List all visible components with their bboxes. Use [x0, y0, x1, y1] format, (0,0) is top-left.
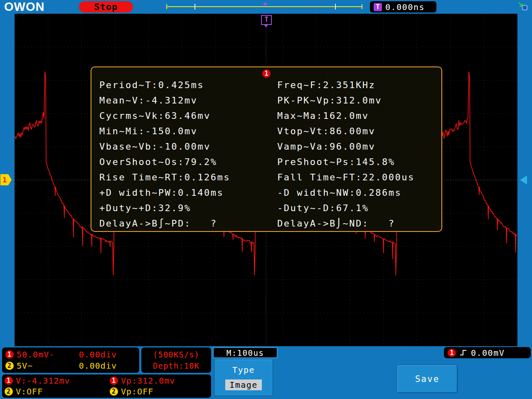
measurement-panel: 1 Period~T:0.425ms Freq~F:2.351KHz Mean~… — [91, 66, 442, 232]
ch2-badge: 2 — [5, 387, 13, 396]
measurement-value: DelayA->B⌡~ND: ? — [277, 218, 441, 229]
sampling-info-box: (500KS/s) Depth:10K — [141, 347, 211, 373]
measurement-row: +D width~PW:0.140ms -D width~NW:0.286ms — [91, 185, 441, 200]
memory-depth: Depth:10K — [153, 361, 200, 370]
ch1-voltage-readout: 1 V:-4.312mv — [5, 376, 110, 386]
measurement-row: Mean~V:-4.312mv PK-PK~Vp:312.0mv — [91, 93, 441, 108]
type-menu[interactable]: Type Image — [214, 359, 273, 396]
ch2-voltage-value: V:OFF — [16, 387, 43, 397]
ch2-vpp-value: Vp:OFF — [121, 387, 153, 397]
measurement-value: OverShoot~Os:79.2% — [99, 157, 277, 167]
measurement-row: +Duty~+D:32.9% -Duty~-D:67.1% — [91, 200, 441, 216]
channel-settings-box: 1 50.0mV- 0.00div 2 5V~ 0.00div — [2, 347, 139, 373]
measurement-value: PK-PK~Vp:312.0mv — [277, 95, 441, 106]
trigger-position-arrow-icon — [264, 25, 268, 27]
oscilloscope-screen: { "brand": {"logo_text": "OWON"}, "topba… — [0, 0, 532, 399]
trigger-position-tick-icon — [263, 3, 267, 7]
trigger-level-readout: 1 0.00mV — [444, 347, 531, 358]
usb-link-icon — [517, 2, 528, 13]
measure-source-badge: 1 — [262, 69, 271, 78]
measurement-row: DelayA->B∫~PD: ? DelayA->B⌡~ND: ? — [91, 216, 441, 231]
ch2-voltage-readout: 2 V:OFF — [5, 387, 110, 397]
ch1-vpp-value: Vp:312.0mv — [121, 376, 175, 386]
trigger-t-icon: T — [374, 3, 382, 11]
trigger-level-arrow-icon — [520, 175, 527, 185]
ch2-settings: 2 5V~ 0.00div — [5, 361, 136, 371]
measurement-row: Min~Mi:-150.0mv Vtop~Vt:86.00mv — [91, 123, 441, 139]
measurement-value: Vamp~Va:96.00mv — [277, 141, 441, 152]
measurement-value: Fall Time~FT:22.000us — [277, 172, 441, 182]
type-menu-label: Type — [232, 365, 255, 375]
ch1-level-marker: 1 — [0, 174, 12, 185]
measurement-value: Mean~V:-4.312mv — [99, 95, 277, 106]
memory-bar-left-tick — [166, 4, 167, 9]
measurement-row: OverShoot~Os:79.2% PreShoot~Ps:145.8% — [91, 154, 441, 170]
sample-rate: (500KS/s) — [153, 350, 200, 359]
save-button[interactable]: Save — [397, 365, 458, 393]
measurement-value: Rise Time~RT:0.126ms — [99, 172, 277, 182]
trigger-level-value: 0.00mV — [471, 348, 505, 358]
memory-position-bar — [166, 2, 362, 11]
ch2-badge: 2 — [110, 387, 118, 396]
ch1-settings: 1 50.0mV- 0.00div — [5, 350, 136, 360]
trigger-time-value: 0.000ns — [385, 2, 425, 12]
ch1-scale: 50.0mV- — [17, 350, 54, 360]
ch1-voltage-value: V:-4.312mv — [16, 376, 70, 386]
ch1-badge: 1 — [110, 377, 118, 385]
timebase-readout: M:100us — [213, 347, 278, 358]
measurement-row: Vbase~Vb:-10.00mv Vamp~Va:96.00mv — [91, 139, 441, 154]
memory-bar-right-tick — [362, 4, 362, 9]
trigger-source-badge: 1 — [448, 349, 456, 357]
measurement-row: Cycrms~Vk:63.46mv Max~Ma:162.0mv — [91, 108, 441, 123]
measurement-value: Vbase~Vb:-10.00mv — [99, 141, 277, 152]
measurement-value: DelayA->B∫~PD: ? — [99, 218, 277, 229]
measurement-value: PreShoot~Ps:145.8% — [277, 157, 441, 167]
measurement-value: -D width~NW:0.286ms — [277, 187, 441, 198]
trigger-position-marker: T — [261, 15, 272, 25]
window-right-bracket — [335, 4, 336, 10]
quick-measure-box: 1 V:-4.312mv 1 Vp:312.0mv 2 V:OFF 2 Vp:O… — [2, 374, 211, 398]
measurement-value: +D width~PW:0.140ms — [99, 187, 277, 198]
ch1-offset: 0.00div — [79, 350, 117, 360]
measurement-value: Min~Mi:-150.0mv — [99, 126, 277, 136]
ch1-vpp-readout: 1 Vp:312.0mv — [110, 376, 211, 386]
owon-logo: OWON — [4, 0, 44, 14]
measurement-row: Period~T:0.425ms Freq~F:2.351KHz — [91, 77, 441, 93]
rising-edge-icon — [460, 349, 467, 356]
measurement-row: Rise Time~RT:0.126ms Fall Time~FT:22.000… — [91, 170, 441, 185]
measurement-value: Vtop~Vt:86.00mv — [277, 126, 441, 136]
window-left-bracket — [195, 4, 195, 10]
measurement-value: -Duty~-D:67.1% — [277, 203, 441, 213]
measurement-value: +Duty~+D:32.9% — [99, 203, 277, 213]
measurement-value: Cycrms~Vk:63.46mv — [99, 111, 277, 121]
measurement-value: Freq~F:2.351KHz — [277, 80, 441, 90]
measurement-value: Period~T:0.425ms — [99, 80, 277, 90]
trigger-time-readout: T 0.000ns — [370, 1, 436, 12]
ch2-offset: 0.00div — [79, 361, 117, 371]
measurement-value: Max~Ma:162.0mv — [277, 111, 441, 121]
ch1-badge: 1 — [5, 350, 14, 359]
ch1-badge: 1 — [5, 377, 13, 385]
ch2-badge: 2 — [5, 362, 14, 370]
type-option-image[interactable]: Image — [225, 379, 262, 390]
ch2-vpp-readout: 2 Vp:OFF — [110, 387, 211, 397]
run-state-indicator: Stop — [79, 1, 133, 12]
ch2-scale: 5V~ — [17, 361, 33, 371]
